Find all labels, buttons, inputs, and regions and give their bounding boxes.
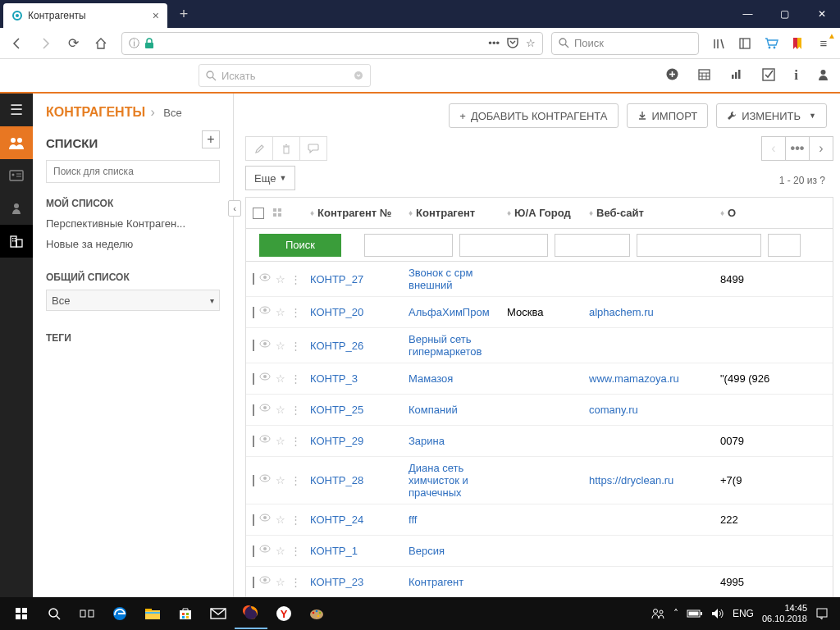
- window-close[interactable]: ✕: [803, 2, 840, 26]
- kebab-icon[interactable]: ⋮: [290, 545, 301, 557]
- row-checkbox[interactable]: [253, 307, 254, 318]
- cell-name[interactable]: Звонок с срм внешний: [402, 267, 500, 291]
- cell-number[interactable]: КОНТР_26: [304, 340, 402, 352]
- eye-icon[interactable]: [259, 514, 271, 526]
- nav-building[interactable]: [0, 225, 33, 258]
- task-view[interactable]: [71, 598, 103, 629]
- nav-contacts[interactable]: [0, 126, 33, 159]
- col-number[interactable]: ♦Контрагент №: [304, 207, 402, 219]
- cell-web[interactable]: alphachem.ru: [582, 306, 714, 318]
- kebab-icon[interactable]: ⋮: [290, 576, 301, 588]
- cell-web[interactable]: https://dryclean.ru: [582, 474, 714, 486]
- cell-name[interactable]: Контрагент: [402, 576, 500, 588]
- nav-cards[interactable]: [0, 159, 33, 192]
- cell-name[interactable]: Диана сеть химчисток и прачечных: [402, 462, 500, 499]
- checklist-icon[interactable]: [761, 67, 776, 84]
- paint-app[interactable]: [300, 598, 333, 629]
- window-maximize[interactable]: ▢: [766, 2, 803, 26]
- eye-icon[interactable]: [259, 372, 271, 385]
- pocket-icon[interactable]: [506, 37, 519, 49]
- explorer-app[interactable]: [136, 598, 169, 629]
- panel-collapse-button[interactable]: ‹: [228, 200, 241, 217]
- start-button[interactable]: [5, 598, 38, 629]
- add-circle-icon[interactable]: [665, 67, 679, 84]
- row-checkbox[interactable]: [253, 577, 254, 588]
- people-icon[interactable]: [651, 607, 665, 620]
- star-icon[interactable]: ☆: [276, 372, 285, 385]
- star-icon[interactable]: ☆: [276, 404, 285, 416]
- add-counterparty-button[interactable]: +ДОБАВИТЬ КОНТРАГЕНТА: [449, 103, 618, 128]
- nav-home[interactable]: [89, 31, 113, 56]
- grid-view-icon[interactable]: [272, 208, 283, 218]
- common-list-select[interactable]: Все ▾: [46, 290, 220, 311]
- import-button[interactable]: ИМПОРТ: [627, 103, 709, 128]
- trash-icon[interactable]: [272, 136, 300, 161]
- tray-chevron-icon[interactable]: ˄: [673, 608, 678, 619]
- lang-indicator[interactable]: ENG: [733, 608, 754, 619]
- cell-name[interactable]: Зарина: [402, 435, 500, 447]
- star-icon[interactable]: ☆: [276, 435, 285, 447]
- nav-back[interactable]: [5, 31, 30, 56]
- kebab-icon[interactable]: ⋮: [290, 404, 301, 416]
- library-icon[interactable]: [707, 32, 730, 55]
- select-all-checkbox[interactable]: [253, 208, 264, 219]
- page-actions-icon[interactable]: •••: [488, 37, 500, 49]
- menu-icon[interactable]: ≡▲: [812, 32, 835, 55]
- eye-icon[interactable]: [259, 273, 271, 285]
- nav-reload[interactable]: ⟳: [61, 31, 85, 56]
- notifications-icon[interactable]: [815, 607, 829, 620]
- chart-icon[interactable]: [729, 67, 743, 84]
- list-item[interactable]: Новые за неделю: [46, 238, 220, 250]
- list-item[interactable]: Перспективные Контраген...: [46, 217, 220, 230]
- cell-name[interactable]: Мамазоя: [402, 372, 500, 385]
- star-icon[interactable]: ☆: [276, 576, 285, 588]
- cell-number[interactable]: КОНТР_23: [304, 576, 402, 588]
- user-icon[interactable]: [816, 67, 830, 84]
- filter-city[interactable]: [555, 234, 630, 257]
- row-checkbox[interactable]: [253, 340, 254, 351]
- star-icon[interactable]: ☆: [276, 514, 285, 526]
- star-icon[interactable]: ☆: [276, 306, 285, 318]
- cell-name[interactable]: fff: [402, 514, 500, 526]
- row-checkbox[interactable]: [253, 404, 254, 416]
- pencil-icon[interactable]: [245, 136, 273, 161]
- cart-icon[interactable]: [760, 32, 783, 55]
- col-city[interactable]: ♦Ю/А Город: [500, 207, 582, 219]
- mail-app[interactable]: [202, 598, 235, 629]
- cell-number[interactable]: КОНТР_25: [304, 404, 402, 416]
- cell-number[interactable]: КОНТР_3: [304, 372, 402, 385]
- nav-menu[interactable]: ☰: [0, 94, 33, 126]
- pager-more[interactable]: •••: [785, 136, 810, 161]
- bookmark-star-icon[interactable]: ☆: [526, 37, 536, 49]
- kebab-icon[interactable]: ⋮: [290, 306, 301, 318]
- browser-search[interactable]: Поиск: [551, 32, 699, 55]
- kebab-icon[interactable]: ⋮: [290, 273, 301, 285]
- col-name[interactable]: ♦Контрагент: [402, 207, 500, 219]
- cell-name[interactable]: Версия: [402, 545, 500, 557]
- url-bar[interactable]: ⓘ ••• ☆: [121, 32, 543, 55]
- eye-icon[interactable]: [259, 576, 271, 588]
- star-icon[interactable]: ☆: [276, 545, 285, 557]
- row-checkbox[interactable]: [253, 273, 254, 285]
- kebab-icon[interactable]: ⋮: [290, 340, 301, 352]
- table-search-button[interactable]: Поиск: [259, 234, 341, 257]
- eye-icon[interactable]: [259, 474, 271, 486]
- nav-person[interactable]: [0, 192, 33, 225]
- store-app[interactable]: [169, 598, 202, 629]
- edit-button[interactable]: ИЗМЕНИТЬ▼: [716, 103, 827, 128]
- cell-number[interactable]: КОНТР_24: [304, 514, 402, 526]
- bookmark-flag-icon[interactable]: [786, 32, 809, 55]
- row-checkbox[interactable]: [253, 514, 254, 526]
- star-icon[interactable]: ☆: [276, 474, 285, 486]
- eye-icon[interactable]: [259, 435, 271, 447]
- cell-number[interactable]: КОНТР_28: [304, 474, 402, 486]
- edge-app[interactable]: [103, 598, 136, 629]
- clock[interactable]: 14:45 06.10.2018: [762, 603, 807, 624]
- pager-prev[interactable]: ‹: [761, 136, 786, 161]
- cell-web[interactable]: comany.ru: [582, 404, 714, 416]
- star-icon[interactable]: ☆: [276, 273, 285, 285]
- cell-name[interactable]: Верный сеть гипермаркетов: [402, 333, 500, 358]
- row-checkbox[interactable]: [253, 436, 254, 447]
- more-button[interactable]: Еще▼: [245, 166, 295, 190]
- cell-number[interactable]: КОНТР_29: [304, 435, 402, 447]
